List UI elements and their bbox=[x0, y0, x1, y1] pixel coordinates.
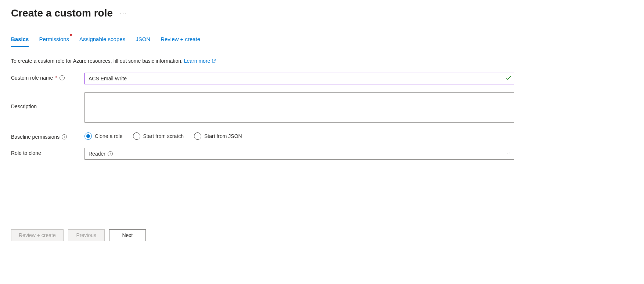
previous-button[interactable]: Previous bbox=[68, 229, 105, 241]
role-to-clone-select[interactable]: Reader i bbox=[84, 148, 514, 160]
clone-label-text: Role to clone bbox=[11, 150, 41, 156]
baseline-label: Baseline permissions i bbox=[11, 132, 84, 140]
clone-label: Role to clone bbox=[11, 148, 84, 156]
info-icon[interactable]: i bbox=[108, 151, 113, 156]
name-label: Custom role name * i bbox=[11, 73, 84, 81]
baseline-radio-group: Clone a role Start from scratch Start fr… bbox=[84, 132, 514, 140]
radio-icon bbox=[133, 132, 140, 140]
form-row-description: Description bbox=[11, 92, 633, 124]
more-icon[interactable]: ··· bbox=[120, 10, 127, 16]
radio-clone-role[interactable]: Clone a role bbox=[84, 132, 123, 140]
page-title: Create a custom role bbox=[11, 7, 113, 19]
info-icon[interactable]: i bbox=[60, 75, 65, 80]
tab-dot-icon bbox=[70, 34, 72, 36]
tab-bar: Basics Permissions Assignable scopes JSO… bbox=[11, 34, 633, 47]
baseline-label-text: Baseline permissions bbox=[11, 134, 60, 140]
tab-label: JSON bbox=[136, 36, 150, 42]
radio-icon bbox=[194, 132, 201, 140]
custom-role-name-input[interactable] bbox=[84, 73, 514, 84]
tab-permissions[interactable]: Permissions bbox=[39, 34, 69, 47]
page-header: Create a custom role ··· bbox=[11, 7, 633, 19]
tab-basics[interactable]: Basics bbox=[11, 34, 29, 47]
radio-icon bbox=[84, 132, 92, 140]
next-button[interactable]: Next bbox=[109, 229, 146, 241]
name-label-text: Custom role name bbox=[11, 75, 53, 81]
select-value: Reader bbox=[89, 151, 105, 157]
form-row-name: Custom role name * i bbox=[11, 73, 633, 84]
form-row-clone: Role to clone Reader i bbox=[11, 148, 633, 160]
tab-label: Assignable scopes bbox=[79, 36, 125, 42]
tab-label: Permissions bbox=[39, 36, 69, 42]
required-asterisk: * bbox=[55, 75, 57, 81]
learn-more-link[interactable]: Learn more bbox=[184, 58, 216, 64]
learn-more-label: Learn more bbox=[184, 58, 211, 64]
review-create-button[interactable]: Review + create bbox=[11, 229, 64, 241]
radio-label: Start from scratch bbox=[143, 133, 184, 139]
tab-label: Basics bbox=[11, 36, 29, 42]
radio-start-json[interactable]: Start from JSON bbox=[194, 132, 242, 140]
description-label-text: Description bbox=[11, 103, 37, 109]
tab-assignable-scopes[interactable]: Assignable scopes bbox=[79, 34, 125, 47]
checkmark-icon bbox=[506, 75, 511, 82]
tab-review-create[interactable]: Review + create bbox=[161, 34, 200, 47]
radio-start-scratch[interactable]: Start from scratch bbox=[133, 132, 184, 140]
info-icon[interactable]: i bbox=[62, 134, 67, 139]
description-label: Description bbox=[11, 92, 84, 109]
tab-json[interactable]: JSON bbox=[136, 34, 150, 47]
form-row-baseline: Baseline permissions i Clone a role Star… bbox=[11, 132, 633, 140]
external-link-icon bbox=[212, 58, 216, 64]
footer-bar: Review + create Previous Next bbox=[0, 224, 644, 246]
intro-text: To create a custom role for Azure resour… bbox=[11, 58, 633, 64]
radio-label: Start from JSON bbox=[204, 133, 242, 139]
tab-label: Review + create bbox=[161, 36, 200, 42]
description-textarea[interactable] bbox=[84, 92, 514, 123]
radio-label: Clone a role bbox=[95, 133, 123, 139]
intro-text-content: To create a custom role for Azure resour… bbox=[11, 58, 184, 64]
